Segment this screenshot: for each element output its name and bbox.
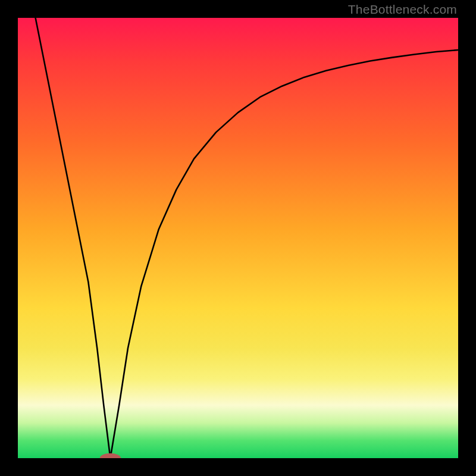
curve-svg — [18, 18, 458, 458]
minimum-marker — [100, 453, 121, 458]
chart-frame: TheBottleneck.com — [0, 0, 476, 476]
plot-area — [18, 18, 458, 458]
watermark-text: TheBottleneck.com — [348, 2, 457, 17]
bottleneck-curve — [36, 18, 458, 458]
